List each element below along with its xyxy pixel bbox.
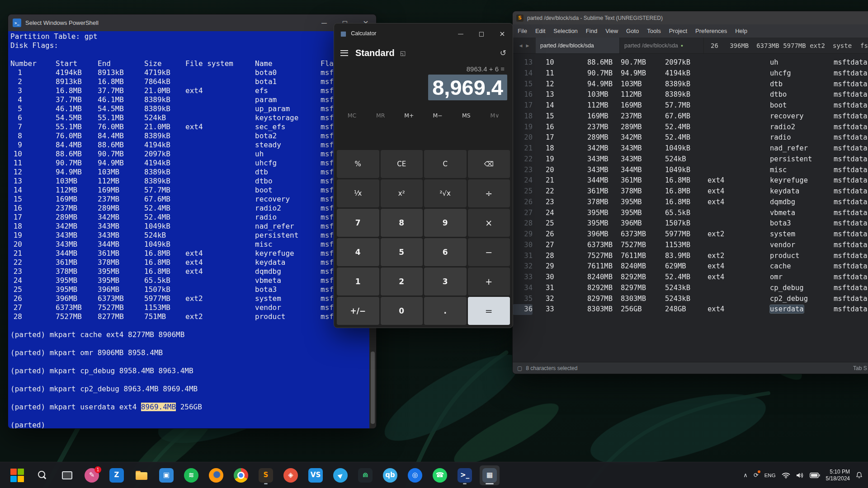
spotify-icon[interactable]: ≋ bbox=[181, 465, 201, 485]
calc-button[interactable]: x² bbox=[381, 179, 423, 207]
maximize-button[interactable]: □ bbox=[471, 23, 492, 43]
memory-button[interactable]: MS bbox=[452, 108, 481, 122]
chrome-icon[interactable] bbox=[231, 465, 251, 485]
calc-button[interactable]: +/− bbox=[337, 297, 379, 325]
calc-button[interactable]: − bbox=[468, 238, 510, 266]
task-view-icon[interactable] bbox=[57, 465, 77, 485]
keep-on-top-icon[interactable]: ◱ bbox=[400, 50, 406, 56]
calc-button[interactable]: ⅟x bbox=[337, 179, 379, 207]
editor-line: 2825395MB396MB1507kBbota3msftdata bbox=[513, 218, 868, 229]
editor-tab[interactable]: parted /dev/block/sda ● bbox=[620, 38, 704, 53]
memory-button[interactable]: MC bbox=[338, 108, 366, 122]
calc-button[interactable]: . bbox=[424, 297, 467, 325]
calc-button[interactable]: × bbox=[468, 209, 510, 237]
partition-row: 316.8MB37.7MB21.0MBext4efsmsftdata bbox=[10, 86, 369, 95]
notification-bell-icon[interactable] bbox=[856, 472, 863, 479]
clock[interactable]: 5:10 PM 5/18/2024 bbox=[826, 469, 850, 482]
minimize-button[interactable]: — bbox=[450, 23, 471, 43]
sublime-titlebar[interactable]: S parted /dev/block/sda - Sublime Text (… bbox=[513, 11, 868, 24]
editor-tab[interactable]: parted /dev/block/sda bbox=[536, 38, 620, 53]
sublime-editor[interactable]: 131088.6MB90.7MB2097kBuhmsftdata 141190.… bbox=[513, 54, 868, 362]
telegram-icon[interactable]: ▶ bbox=[330, 465, 350, 485]
calculator-display: 8,969.4 bbox=[334, 73, 513, 100]
tab-scroll-right-icon[interactable]: ▶ bbox=[526, 43, 529, 48]
z-app-icon[interactable]: Z bbox=[107, 465, 127, 485]
powershell-console[interactable]: Partition Table: gpt Disk Flags: NumberS… bbox=[8, 31, 369, 428]
wifi-icon[interactable] bbox=[782, 472, 790, 479]
vscode-icon[interactable]: VS bbox=[306, 465, 326, 485]
sublime-text-icon[interactable]: S bbox=[256, 465, 276, 485]
memory-button[interactable]: M− bbox=[424, 108, 452, 122]
calc-button[interactable]: 0 bbox=[381, 297, 423, 325]
calc-button[interactable]: 8 bbox=[381, 209, 423, 237]
menu-item[interactable]: Selection bbox=[549, 28, 581, 34]
menu-hamburger-icon[interactable] bbox=[340, 50, 348, 56]
line-number: 15 bbox=[513, 79, 533, 90]
console-line: Partition Table: gpt bbox=[10, 32, 369, 41]
powershell-titlebar[interactable]: >_ Select Windows PowerShell — □ × bbox=[8, 14, 376, 31]
editor-line: 35328297MB8303MB5243kBcp2_debugmsftdata bbox=[513, 294, 868, 305]
calc-button[interactable]: 4 bbox=[337, 238, 379, 266]
file-explorer-icon[interactable] bbox=[132, 465, 151, 485]
tab-scroll-left-icon[interactable]: ◀ bbox=[519, 43, 523, 48]
calc-button[interactable]: 9 bbox=[424, 209, 467, 237]
parted-commands: (parted) mkpart cache ext4 8277MB 8906MB… bbox=[10, 330, 369, 394]
store-icon[interactable]: ▣ bbox=[156, 465, 176, 485]
calc-button[interactable]: 7 bbox=[337, 209, 379, 237]
system-tray: ∧ ⟳ ENG 5:10 PM 5/18/2024 bbox=[743, 469, 868, 482]
android-icon[interactable]: ⋒ bbox=[355, 465, 375, 485]
editor-line: 34318292MB8297MB5243kBcp_debugmsftdata bbox=[513, 283, 868, 294]
calc-button[interactable]: 2 bbox=[381, 267, 423, 296]
menu-item[interactable]: Edit bbox=[531, 28, 549, 34]
menu-item[interactable]: Project bbox=[665, 28, 691, 34]
orange-app-icon[interactable]: ◈ bbox=[281, 465, 301, 485]
line-number: 31 bbox=[513, 251, 533, 262]
calc-button[interactable]: ÷ bbox=[468, 179, 510, 207]
calc-button[interactable]: = bbox=[468, 297, 510, 325]
memory-button[interactable]: M∨ bbox=[481, 108, 509, 122]
volume-icon[interactable] bbox=[796, 472, 804, 479]
line-number: 13 bbox=[513, 57, 533, 68]
calc-button[interactable]: CE bbox=[381, 150, 423, 178]
scrollbar-thumb[interactable] bbox=[371, 352, 375, 424]
calc-button[interactable]: % bbox=[337, 150, 379, 178]
paint-app-icon[interactable]: ✎ 1 bbox=[82, 465, 102, 485]
calc-button[interactable]: + bbox=[468, 267, 510, 296]
menu-item[interactable]: View bbox=[601, 28, 622, 34]
close-button[interactable]: × bbox=[492, 23, 513, 43]
calc-button[interactable]: 6 bbox=[424, 238, 467, 266]
calc-button[interactable]: ⌫ bbox=[468, 150, 510, 178]
calculator-titlebar[interactable]: ▦ Calculator — □ × bbox=[334, 23, 513, 43]
menu-item[interactable]: File bbox=[514, 28, 531, 34]
update-tray-icon[interactable]: ⟳ bbox=[754, 472, 759, 479]
menu-item[interactable]: Goto bbox=[622, 28, 643, 34]
minimize-button[interactable]: — bbox=[314, 14, 335, 31]
calculator-icon[interactable]: ▦ bbox=[480, 465, 500, 485]
calc-button[interactable]: 3 bbox=[424, 267, 467, 296]
blue-app-icon[interactable]: ◎ bbox=[405, 465, 425, 485]
start-button[interactable] bbox=[7, 465, 27, 485]
selection-indicator-icon[interactable]: ▢ bbox=[517, 365, 522, 371]
qbittorrent-icon[interactable]: qb bbox=[380, 465, 400, 485]
whatsapp-icon[interactable]: ☎ bbox=[430, 465, 450, 485]
history-icon[interactable]: ↺ bbox=[500, 48, 506, 57]
battery-icon[interactable] bbox=[810, 473, 820, 478]
powershell-icon[interactable]: >_ bbox=[455, 465, 475, 485]
menu-item[interactable]: Preferences bbox=[691, 28, 731, 34]
calc-button[interactable]: 1 bbox=[337, 267, 379, 296]
calc-button[interactable]: ²√x bbox=[424, 179, 467, 207]
partition-row: 755.1MB76.0MB21.0MBext4sec_efsmsftdata bbox=[10, 122, 369, 131]
status-tab-size[interactable]: Tab S bbox=[853, 365, 867, 371]
line-number: 25 bbox=[513, 186, 533, 197]
menu-item[interactable]: Find bbox=[582, 28, 601, 34]
menu-item[interactable]: Tools bbox=[643, 28, 665, 34]
menu-item[interactable]: Help bbox=[731, 28, 751, 34]
hidden-icons-chevron-icon[interactable]: ∧ bbox=[743, 472, 748, 479]
memory-button[interactable]: M+ bbox=[395, 108, 423, 122]
firefox-icon[interactable] bbox=[206, 465, 226, 485]
search-icon[interactable] bbox=[32, 465, 52, 485]
calc-button[interactable]: C bbox=[424, 150, 467, 178]
calc-button[interactable]: 5 bbox=[381, 238, 423, 266]
memory-button[interactable]: MR bbox=[366, 108, 395, 122]
language-indicator[interactable]: ENG bbox=[764, 473, 776, 478]
